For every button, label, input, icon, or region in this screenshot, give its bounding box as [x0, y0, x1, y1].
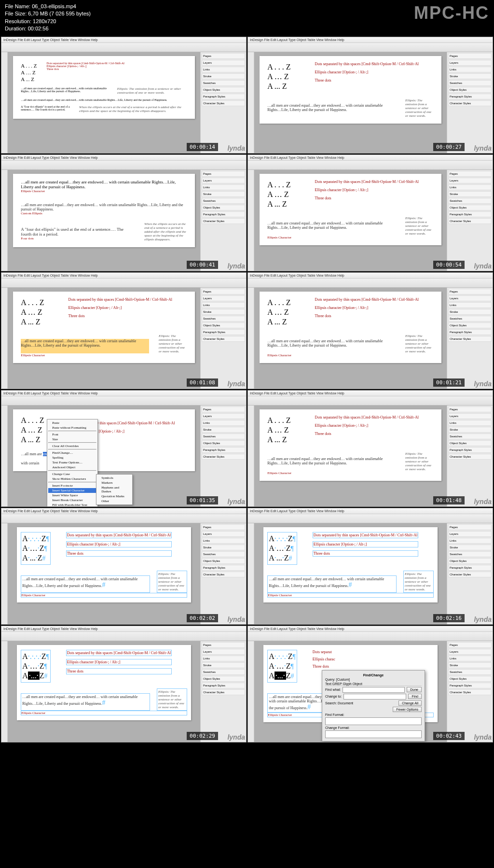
submenu[interactable]: Symbols Markers Hyphens and Dashes Quota…	[96, 474, 133, 505]
tool-palette	[1, 52, 8, 154]
lynda-logo: lynda	[227, 144, 245, 152]
thumbnail[interactable]: InDesign File Edit Layout Type Object Ta…	[247, 154, 493, 271]
fewer-options-button[interactable]: Fewer Options	[393, 707, 422, 712]
menubar: InDesign File Edit Layout Type Object Ta…	[1, 37, 246, 43]
thumbnail[interactable]: InDesign File Edit Layout Type Object Ta…	[247, 390, 493, 507]
thumbnail[interactable]: InDesign File Edit Layout Type Object Ta…	[1, 626, 247, 742]
timestamp: 00:00:14	[187, 143, 218, 151]
player-header: File Name: 06_03-ellipsis.mp4 File Size:…	[0, 0, 494, 36]
thumbnail[interactable]: InDesign File Edit Layout Type Object Ta…	[247, 626, 493, 742]
file-name: File Name: 06_03-ellipsis.mp4	[5, 3, 91, 10]
change-all-button[interactable]: Change All	[398, 700, 422, 706]
done-button[interactable]: Done	[407, 687, 422, 692]
thumbnail[interactable]: InDesign File Edit Layout Type Object Ta…	[1, 154, 247, 271]
thumbnail[interactable]: InDesign File Edit Layout Type Object Ta…	[247, 37, 493, 154]
resolution: Resolution: 1280x720	[5, 18, 91, 25]
duration: Duration: 00:02:56	[5, 25, 91, 32]
file-size: File Size: 6,70 MB (7 026 595 bytes)	[5, 10, 91, 17]
thumbnail[interactable]: InDesign File Edit Layout Type Object Ta…	[247, 508, 493, 625]
thumbnail[interactable]: InDesign File Edit Layout Type Object Ta…	[1, 508, 247, 625]
thumbnail[interactable]: InDesign File Edit Layout Type Object Ta…	[1, 272, 247, 389]
thumbnail[interactable]: InDesign File Edit Layout Type Object Ta…	[1, 37, 247, 154]
thumbnail[interactable]: InDesign File Edit Layout Type Object Ta…	[1, 390, 247, 507]
az-hidden: A·.·.·.·Z¶	[22, 534, 49, 543]
thumbnail-grid: InDesign File Edit Layout Type Object Ta…	[0, 36, 494, 743]
app-logo: MPC-HC	[414, 3, 489, 23]
thumbnail[interactable]: InDesign File Edit Layout Type Object Ta…	[247, 272, 493, 389]
change-to-input[interactable]	[343, 694, 406, 700]
text-selection: ·...·	[28, 672, 40, 680]
context-menu[interactable]: Paste Paste without Formatting Font Size…	[47, 419, 98, 507]
toolbar	[1, 43, 246, 52]
selected-text: …all men are created equal…they are endo…	[21, 339, 149, 353]
panels: PagesLayersLinksStrokeSwatchesObject Sty…	[200, 52, 246, 154]
find-change-dialog[interactable]: Find/Change Query: [Custom] Text GREP Gl…	[322, 670, 425, 742]
find-button[interactable]: Find	[408, 694, 422, 699]
find-what-input[interactable]	[343, 687, 405, 693]
file-info: File Name: 06_03-ellipsis.mp4 File Size:…	[5, 3, 91, 33]
